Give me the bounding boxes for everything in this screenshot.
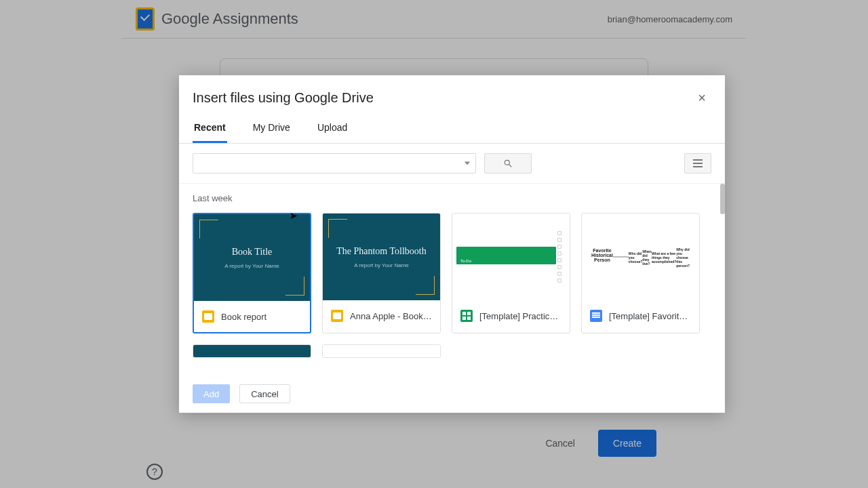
view-toggle-button[interactable]: [684, 153, 711, 174]
file-grid: Book Title A report by Your Name Book re…: [193, 213, 711, 333]
drive-picker-modal: Insert files using Google Drive × Recent…: [179, 75, 725, 413]
file-thumbnail: [323, 345, 440, 358]
file-name: Anna Apple - Book…: [350, 311, 432, 321]
file-thumbnail: The Phantom Tollbooth A report by Your N…: [323, 214, 440, 300]
thumb-title: The Phantom Tollbooth: [336, 246, 427, 257]
svg-line-1: [509, 165, 512, 167]
sheets-icon: [460, 310, 473, 322]
thumb-subtitle: A report by Your Name: [224, 263, 279, 269]
file-name: Book report: [221, 312, 267, 322]
file-card-partial-2[interactable]: [322, 344, 441, 358]
search-icon: [503, 159, 513, 168]
thumb-title: Favorite Historical Person: [591, 248, 613, 262]
file-thumbnail: To-Do: [452, 214, 570, 300]
file-card-template-favorite[interactable]: Favorite Historical Person Who did you c…: [581, 213, 700, 333]
list-view-icon: [693, 159, 703, 167]
file-card-partial-1[interactable]: [193, 344, 311, 358]
tab-bar: Recent My Drive Upload: [179, 114, 725, 144]
docs-icon: [590, 310, 602, 322]
modal-footer: Add Cancel: [179, 374, 725, 413]
file-thumbnail: Favorite Historical Person Who did you c…: [582, 214, 699, 300]
file-name: [Template] Favorit…: [609, 311, 688, 321]
close-button[interactable]: ×: [692, 87, 711, 108]
thumb-title: Book Title: [232, 247, 273, 258]
svg-rect-3: [693, 163, 703, 164]
svg-point-0: [505, 160, 509, 165]
thumb-subtitle: A report by Your Name: [354, 262, 409, 268]
section-label: Last week: [193, 193, 711, 203]
add-button[interactable]: Add: [193, 384, 230, 403]
svg-rect-4: [693, 166, 703, 167]
tab-recent[interactable]: Recent: [193, 114, 227, 143]
close-icon: ×: [698, 90, 706, 105]
file-name: [Template] Practic…: [479, 311, 558, 321]
tab-upload[interactable]: Upload: [316, 114, 349, 143]
file-thumbnail: Book Title A report by Your Name: [194, 214, 310, 301]
modal-title: Insert files using Google Drive: [193, 90, 374, 106]
file-grid-area: Last week Book Title A report by Your Na…: [179, 184, 725, 374]
search-button[interactable]: [484, 153, 532, 174]
dropdown-caret-icon[interactable]: [465, 162, 470, 165]
file-thumbnail: [193, 345, 311, 358]
search-box[interactable]: [193, 153, 476, 174]
thumb-heading: To-Do: [460, 259, 471, 263]
search-input[interactable]: [193, 154, 475, 173]
file-card-template-practice[interactable]: To-Do [: [452, 213, 570, 333]
search-row: [179, 144, 725, 184]
slides-icon: [202, 310, 214, 323]
tab-my-drive[interactable]: My Drive: [252, 114, 292, 143]
svg-rect-2: [693, 159, 703, 161]
slides-icon: [331, 310, 343, 322]
file-card-book-report[interactable]: Book Title A report by Your Name Book re…: [193, 213, 311, 333]
cancel-button[interactable]: Cancel: [239, 384, 290, 403]
file-card-anna-apple[interactable]: The Phantom Tollbooth A report by Your N…: [322, 213, 441, 333]
scrollbar-thumb[interactable]: [720, 184, 725, 214]
